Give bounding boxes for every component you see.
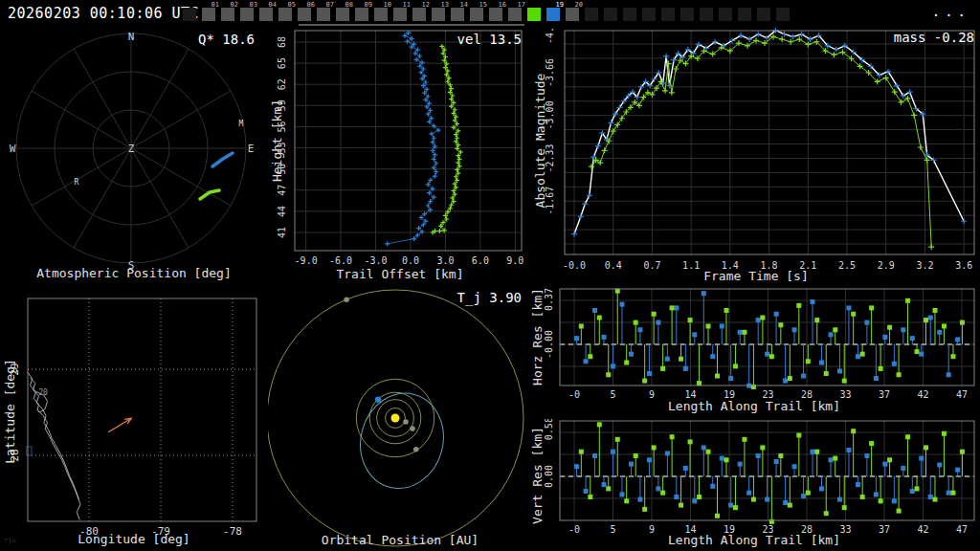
tab-number: 15 bbox=[479, 1, 487, 9]
tab-20[interactable]: 20 bbox=[565, 0, 584, 27]
tab-number: 12 bbox=[422, 1, 430, 9]
tab-square bbox=[336, 8, 349, 21]
ground-track-map: 20-80-79-782928 bbox=[0, 285, 268, 551]
tab-square bbox=[412, 8, 426, 21]
tab-number: 04 bbox=[269, 1, 277, 9]
tab-number: 11 bbox=[403, 1, 411, 9]
tab-number: 05 bbox=[288, 1, 296, 9]
tab-blank[interactable] bbox=[679, 0, 699, 27]
tab-square bbox=[240, 8, 254, 21]
tab-blank[interactable] bbox=[641, 0, 660, 27]
tab-number: 06 bbox=[307, 1, 315, 9]
tab-06[interactable]: 06 bbox=[297, 0, 316, 27]
tab-square bbox=[527, 8, 541, 21]
tab-03[interactable]: 03 bbox=[239, 0, 258, 27]
tab-number: 09 bbox=[365, 1, 372, 9]
tab-number: 03 bbox=[250, 1, 257, 9]
tab-scrollbar[interactable] bbox=[299, 24, 524, 26]
velocity-annotation: vel 13.5 bbox=[268, 32, 522, 47]
tab-square bbox=[546, 8, 560, 21]
tab-18[interactable]: 18 bbox=[526, 0, 546, 27]
tab-square bbox=[719, 8, 732, 21]
tab-square bbox=[183, 8, 196, 21]
tab-blank[interactable] bbox=[699, 0, 718, 27]
tab-number: 10 bbox=[384, 1, 391, 9]
tab-number: 17 bbox=[518, 1, 525, 9]
tab-number: 20 bbox=[575, 1, 583, 9]
tab-square bbox=[355, 8, 368, 21]
tab-square bbox=[393, 8, 407, 21]
tab-square bbox=[642, 8, 656, 21]
tab-blank[interactable] bbox=[775, 0, 794, 27]
tab-square bbox=[508, 8, 522, 21]
vert-res-x-label: Length Along Trail [km] bbox=[528, 533, 980, 547]
tab-number: 18 bbox=[537, 1, 545, 9]
tab-blank[interactable] bbox=[622, 0, 641, 27]
vert-res-plot: -05914192328333742470.580.00 bbox=[528, 419, 980, 551]
tab-10[interactable]: 10 bbox=[373, 0, 392, 27]
event-tab-strip: 0102030405060708091011121314151617181920 bbox=[182, 0, 794, 27]
tab-04[interactable]: 04 bbox=[258, 0, 278, 27]
tab-01[interactable]: 01 bbox=[201, 0, 220, 27]
tab-square bbox=[566, 8, 579, 21]
tab-number: 08 bbox=[345, 1, 353, 9]
mass-x-label: Frame Time [s] bbox=[532, 269, 980, 283]
trail-offset-plot: -9.0-6.0-3.00.03.06.09.04144475053565962… bbox=[268, 27, 532, 287]
tab-11[interactable]: 11 bbox=[392, 0, 412, 27]
tab-square bbox=[278, 8, 292, 21]
tab-16[interactable]: 16 bbox=[488, 0, 507, 27]
svg-text:-9.0: -9.0 bbox=[295, 255, 318, 266]
svg-text:6.0: 6.0 bbox=[472, 255, 489, 266]
tab-blank[interactable] bbox=[182, 0, 201, 27]
tab-09[interactable]: 09 bbox=[354, 0, 373, 27]
tab-number: 13 bbox=[441, 1, 449, 9]
mass-y-label: Absolute Magnitude bbox=[533, 74, 547, 209]
tab-17[interactable]: 17 bbox=[507, 0, 526, 27]
trail-y-label: Height [km] bbox=[270, 99, 284, 182]
orbital-position-plot bbox=[268, 285, 532, 551]
orbital-plot-title: Orbital Position [AU] bbox=[268, 533, 532, 547]
tab-02[interactable]: 02 bbox=[220, 0, 239, 27]
tab-14[interactable]: 14 bbox=[450, 0, 469, 27]
tab-15[interactable]: 15 bbox=[469, 0, 488, 27]
watermark: rju bbox=[4, 537, 16, 544]
tab-blank[interactable] bbox=[718, 0, 737, 27]
tab-number: 19 bbox=[556, 1, 564, 9]
tab-square bbox=[221, 8, 234, 21]
tab-square bbox=[757, 8, 770, 21]
tab-blank[interactable] bbox=[584, 0, 603, 27]
svg-text:0.58: 0.58 bbox=[544, 419, 554, 440]
tab-blank[interactable] bbox=[660, 0, 679, 27]
tab-blank[interactable] bbox=[756, 0, 775, 27]
svg-text:Z: Z bbox=[128, 143, 135, 155]
tab-13[interactable]: 13 bbox=[431, 0, 450, 27]
svg-text:9.0: 9.0 bbox=[506, 255, 523, 266]
tab-08[interactable]: 08 bbox=[335, 0, 354, 27]
atmospheric-position-plot: NSWEZMR bbox=[0, 27, 268, 285]
tab-square bbox=[451, 8, 464, 21]
tab-19[interactable]: 19 bbox=[546, 0, 565, 27]
tab-square bbox=[680, 8, 694, 21]
svg-text:-3.0: -3.0 bbox=[365, 255, 388, 266]
tab-square bbox=[776, 8, 790, 21]
tab-square bbox=[432, 8, 445, 21]
tab-05[interactable]: 05 bbox=[278, 0, 297, 27]
horz-res-y-label: Horz Res [km] bbox=[530, 288, 545, 386]
svg-text:W: W bbox=[10, 143, 16, 155]
svg-text:65: 65 bbox=[277, 57, 287, 69]
tab-number: 16 bbox=[499, 1, 506, 9]
svg-text:M: M bbox=[239, 120, 244, 128]
tab-square bbox=[470, 8, 483, 21]
tab-blank[interactable] bbox=[603, 0, 622, 27]
overflow-menu-icon[interactable]: ... bbox=[932, 4, 970, 19]
tab-square bbox=[738, 8, 751, 21]
q-star-annotation: Q* 18.6 bbox=[0, 32, 255, 47]
tab-square bbox=[585, 8, 598, 21]
tab-blank[interactable] bbox=[737, 0, 756, 27]
tab-square bbox=[700, 8, 713, 21]
svg-text:3.0: 3.0 bbox=[436, 255, 454, 266]
atmospheric-plot-title: Atmospheric Position [deg] bbox=[0, 266, 268, 280]
tab-square bbox=[489, 8, 502, 21]
tab-12[interactable]: 12 bbox=[412, 0, 431, 27]
tab-07[interactable]: 07 bbox=[316, 0, 335, 27]
